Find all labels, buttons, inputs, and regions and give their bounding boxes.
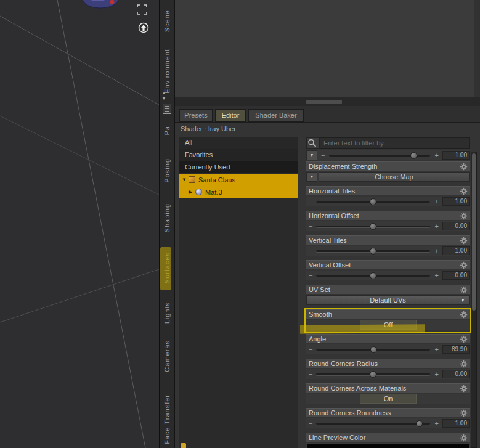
tree-node-mat3[interactable]: ▶ Mat.3 — [179, 186, 298, 198]
side-tab-label: Cameras — [163, 340, 171, 372]
slider-value[interactable]: 0.00 — [442, 222, 470, 230]
tab-scroll-spinner[interactable]: ▲ ▼ — [160, 90, 168, 101]
slider-decrement[interactable]: − — [321, 150, 325, 160]
slider-track[interactable] — [316, 423, 430, 425]
viewport-3d[interactable] — [0, 0, 159, 448]
tab-editor[interactable]: Editor — [215, 109, 246, 122]
slider-track[interactable] — [316, 373, 430, 375]
slider-value[interactable]: 0.00 — [442, 271, 470, 280]
spinner-down-icon[interactable]: ▼ — [160, 96, 168, 101]
line-preview-color-swatch[interactable] — [306, 443, 470, 448]
gear-icon[interactable] — [460, 311, 468, 319]
slider-increment[interactable]: + — [435, 418, 439, 428]
tree-node-label: Mat.3 — [205, 186, 222, 198]
side-tab-scene[interactable]: Scene — [159, 2, 175, 39]
side-tab-parameters[interactable]: Pa — [159, 117, 175, 144]
tab-presets[interactable]: Presets — [179, 109, 213, 122]
frame-view-icon[interactable] — [137, 4, 147, 15]
expand-closed-icon[interactable]: ▶ — [189, 186, 192, 198]
slider-decrement[interactable]: − — [309, 369, 312, 379]
slider-increment[interactable]: + — [435, 369, 439, 379]
slider-track[interactable] — [329, 155, 430, 157]
slider-thumb[interactable] — [370, 371, 376, 378]
properties-scrollbar-handle[interactable] — [472, 153, 476, 311]
slider-decrement[interactable]: − — [309, 246, 312, 256]
slider-value[interactable]: 1.00 — [442, 419, 470, 428]
gear-icon[interactable] — [460, 335, 468, 343]
filter-menu-button[interactable] — [306, 137, 320, 149]
slider-decrement[interactable]: − — [309, 344, 312, 354]
property-header-round-corners-radius: Round Corners Radius — [306, 359, 470, 368]
slider-thumb[interactable] — [416, 420, 423, 427]
property-label: Round Corners Roundness — [309, 409, 391, 418]
slider-increment[interactable]: + — [435, 344, 439, 354]
side-tab-cameras[interactable]: Cameras — [159, 336, 175, 376]
side-tab-lights[interactable]: Lights — [159, 297, 175, 329]
slider-value[interactable]: 89.90 — [442, 345, 470, 354]
slider-value[interactable]: 1.00 — [442, 197, 470, 206]
list-item-currently-used[interactable]: Currently Used — [179, 161, 298, 173]
gear-icon[interactable] — [460, 409, 468, 417]
property-header-uv-set: UV Set — [306, 285, 470, 294]
slider-increment[interactable]: + — [435, 150, 439, 160]
filter-input[interactable] — [320, 137, 470, 149]
gear-icon[interactable] — [460, 286, 468, 294]
gear-icon[interactable] — [460, 261, 468, 269]
gear-icon[interactable] — [460, 237, 468, 245]
slider-track[interactable] — [316, 226, 430, 227]
up-arrow-icon[interactable] — [138, 22, 149, 33]
uv-set-control: Default UVs ▼ — [306, 295, 470, 305]
slider-thumb[interactable] — [370, 346, 377, 353]
round-corners-toggle-button[interactable]: On — [360, 394, 417, 404]
spinner-up-icon[interactable]: ▲ — [160, 90, 168, 96]
slider-decrement[interactable]: − — [309, 221, 312, 231]
slider-decrement[interactable]: − — [309, 271, 312, 280]
list-item-all[interactable]: All — [179, 137, 298, 149]
gear-icon[interactable] — [460, 360, 468, 368]
scene-pane-scrollbar[interactable] — [474, 0, 480, 97]
side-tab-shaping[interactable]: Shaping — [159, 198, 175, 238]
choose-map-button[interactable]: Choose Map — [319, 172, 470, 182]
uv-set-dropdown[interactable]: Default UVs ▼ — [306, 295, 470, 305]
slider-track[interactable] — [316, 275, 430, 277]
tab-shader-baker[interactable]: Shader Baker — [248, 109, 304, 122]
gear-icon[interactable] — [460, 212, 468, 220]
slider-track[interactable] — [316, 349, 430, 351]
smooth-control: Off — [306, 320, 470, 330]
side-tab-face-transfer[interactable]: Face Transfer — [159, 391, 175, 448]
side-tab-surfaces[interactable]: Surfaces — [159, 245, 175, 291]
slider-value[interactable]: 1.00 — [442, 151, 470, 160]
slider-value[interactable]: 1.00 — [442, 246, 470, 255]
slider-increment[interactable]: + — [435, 271, 439, 280]
horizontal-splitter[interactable] — [175, 97, 480, 106]
map-dropdown-button[interactable]: ▼ — [306, 172, 317, 182]
slider-increment[interactable]: + — [435, 246, 439, 256]
slider-increment[interactable]: + — [435, 197, 439, 206]
slider-thumb[interactable] — [370, 223, 376, 230]
side-tab-posing[interactable]: Posing — [159, 153, 175, 189]
horizontal-scrollbar-handle[interactable] — [306, 100, 342, 104]
gear-icon[interactable] — [460, 385, 468, 393]
list-item-favorites[interactable]: Favorites — [179, 149, 298, 161]
gear-icon[interactable] — [460, 163, 468, 171]
parameters-tab-icon[interactable] — [163, 104, 171, 114]
gear-icon[interactable] — [460, 434, 468, 442]
slider-thumb[interactable] — [370, 248, 376, 255]
slider-decrement[interactable]: − — [309, 418, 312, 428]
slider-track[interactable] — [316, 201, 430, 203]
expand-open-icon[interactable]: ▼ — [182, 174, 187, 186]
map-dropdown-button[interactable]: ▼ — [306, 150, 317, 160]
gear-icon[interactable] — [460, 187, 468, 195]
slider-thumb[interactable] — [370, 198, 376, 205]
slider-decrement[interactable]: − — [309, 197, 312, 206]
slider-increment[interactable]: + — [435, 221, 439, 231]
slider-track[interactable] — [316, 250, 430, 252]
slider-thumb[interactable] — [410, 152, 417, 159]
slider-thumb[interactable] — [370, 272, 376, 279]
smooth-toggle-button[interactable]: Off — [360, 320, 417, 330]
tree-node-santa-claus[interactable]: ▼ Santa Claus — [179, 174, 298, 186]
property-label: Smooth — [309, 310, 332, 319]
slider-value[interactable]: 0.00 — [442, 370, 470, 378]
property-label: UV Set — [309, 285, 330, 295]
properties-scrollbar[interactable] — [471, 152, 477, 448]
